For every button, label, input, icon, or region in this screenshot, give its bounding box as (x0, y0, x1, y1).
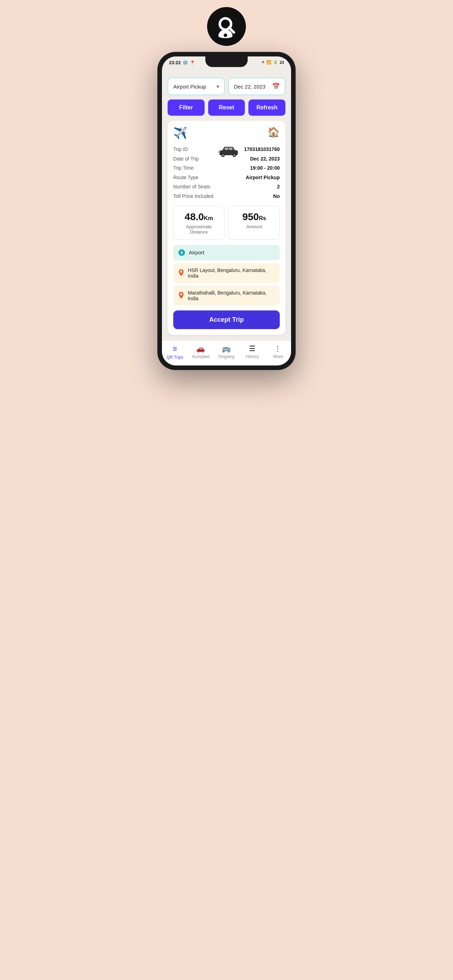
route-type-dropdown[interactable]: Airport Pickup ▾ (168, 78, 225, 95)
notch-cutout (205, 56, 248, 67)
trip-seats-label: Number of Seats (173, 182, 213, 192)
bluetooth-icon: ✳ (261, 60, 265, 65)
more-label: More (273, 354, 283, 359)
accepted-icon: 🚗 (196, 344, 205, 353)
trip-details-row: Trip ID Date of Trip Trip Time Route Typ… (173, 145, 280, 201)
battery-icon: 🔋 (273, 60, 278, 65)
svg-point-15 (180, 293, 183, 295)
svg-point-14 (180, 270, 183, 273)
trip-card: ✈️ 🏠 Trip ID Date of Trip Trip Time Rout… (168, 121, 285, 335)
car-image (215, 145, 243, 158)
qr-trips-icon: ≡ (173, 344, 177, 353)
nav-more[interactable]: ⋮ More (267, 344, 289, 360)
trip-date-value: Dec 22, 2023 (244, 154, 280, 164)
qr-trips-label: QR Trips (167, 355, 183, 360)
location-pin-1-icon (178, 269, 184, 277)
screen-content: Airport Pickup ▾ Dec 22, 2023 📅 Filter R… (162, 74, 291, 335)
trip-time-label: Trip Time (173, 163, 213, 173)
svg-point-7 (222, 154, 224, 156)
svg-point-2 (224, 33, 227, 37)
trip-toll-label: Toll Price Included (173, 192, 213, 201)
stop-1-label: HSR Layout, Bengaluru, Karnataka, India (188, 267, 275, 279)
trip-time-value: 19:00 - 20:00 (244, 163, 280, 173)
svg-point-9 (234, 154, 235, 156)
trip-seats-value: 2 (244, 182, 280, 192)
stop-2-label: Marathahalli, Bengaluru, Karnataka, Indi… (188, 290, 275, 301)
battery-percent: 23 (280, 60, 284, 65)
chevron-down-icon: ▾ (217, 84, 219, 89)
refresh-button[interactable]: Refresh (248, 99, 285, 116)
trip-date-label: Date of Trip (173, 154, 213, 164)
action-buttons: Filter Reset Refresh (168, 99, 285, 116)
stats-row: 48.0Km Approximate Distance 950Rs Amount (173, 206, 280, 240)
trip-toll-value: No (244, 192, 280, 201)
distance-stat: 48.0Km Approximate Distance (173, 206, 224, 240)
ongoing-icon: 🚌 (222, 344, 231, 353)
nav-history[interactable]: ☰ History (242, 344, 263, 360)
phone-frame: 23:22 ⚙️ 📍 ✳ 📶 🔋 23 Airport Pickup (158, 52, 295, 370)
app-icon (207, 7, 246, 46)
stop-1: HSR Layout, Bengaluru, Karnataka, India (173, 263, 280, 283)
trip-id-value: 1703181031760 (244, 145, 280, 154)
reset-button[interactable]: Reset (208, 99, 245, 116)
trip-route-label: Route Type (173, 173, 213, 182)
filter-row: Airport Pickup ▾ Dec 22, 2023 📅 (168, 78, 285, 95)
more-icon: ⋮ (274, 344, 282, 353)
trip-labels: Trip ID Date of Trip Trip Time Route Typ… (173, 145, 213, 201)
svg-rect-5 (229, 148, 232, 150)
status-bar: 23:22 ⚙️ 📍 ✳ 📶 🔋 23 (162, 56, 291, 74)
history-icon: ☰ (249, 344, 256, 353)
stop-2: Marathahalli, Bengaluru, Karnataka, Indi… (173, 286, 280, 305)
ongoing-label: Ongoing (218, 354, 234, 359)
amount-label: Amount (232, 224, 276, 229)
nav-qr-trips[interactable]: ≡ QR Trips (164, 344, 186, 360)
nav-accepted[interactable]: 🚗 Accepted (190, 344, 211, 360)
phone-screen: 23:22 ⚙️ 📍 ✳ 📶 🔋 23 Airport Pickup (162, 56, 291, 366)
wifi-icon: 📶 (266, 60, 271, 65)
status-right: ✳ 📶 🔋 23 (261, 60, 284, 65)
svg-rect-4 (225, 148, 228, 150)
home-icon: 🏠 (267, 126, 280, 138)
amount-value: 950Rs (232, 211, 276, 223)
route-type-label: Airport Pickup (173, 84, 206, 90)
date-picker[interactable]: Dec 22, 2023 📅 (228, 78, 285, 95)
status-left: 23:22 ⚙️ 📍 (169, 60, 195, 65)
trip-card-header: ✈️ 🏠 (173, 126, 280, 140)
flight-landing-icon: ✈️ (173, 126, 188, 140)
time-display: 23:22 (169, 60, 181, 65)
airport-label: Airport (189, 250, 204, 255)
trip-id-label: Trip ID (173, 145, 213, 154)
location-pin-2-icon (178, 292, 184, 299)
history-label: History (246, 354, 259, 359)
trip-values: 1703181031760 Dec 22, 2023 19:00 - 20:00… (244, 145, 280, 201)
navigation-icon (178, 249, 185, 256)
bottom-navigation: ≡ QR Trips 🚗 Accepted 🚌 Ongoing ☰ Histor… (162, 340, 291, 366)
distance-label: Approximate Distance (177, 224, 221, 235)
location-icon: 📍 (190, 60, 195, 65)
page-wrapper: 23:22 ⚙️ 📍 ✳ 📶 🔋 23 Airport Pickup (153, 7, 300, 370)
distance-value: 48.0Km (177, 211, 221, 223)
filter-button[interactable]: Filter (168, 99, 205, 116)
trip-route-value: Airport Pickup (244, 173, 280, 182)
accepted-label: Accepted (192, 354, 210, 359)
airport-location: Airport (173, 245, 280, 260)
amount-stat: 950Rs Amount (229, 206, 280, 240)
accept-trip-button[interactable]: Accept Trip (173, 310, 280, 329)
calendar-icon: 📅 (272, 83, 280, 90)
settings-icon: ⚙️ (183, 60, 188, 65)
nav-ongoing[interactable]: 🚌 Ongoing (216, 344, 237, 360)
date-value: Dec 22, 2023 (234, 84, 265, 90)
